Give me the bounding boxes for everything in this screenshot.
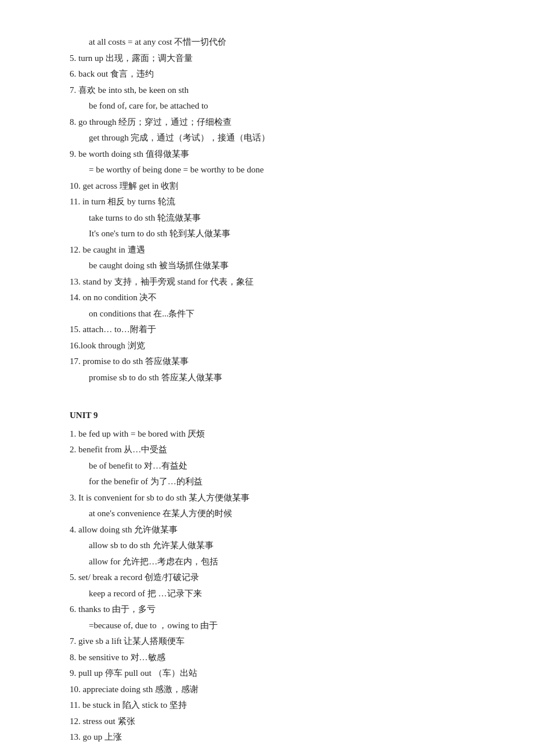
list-item: 3. It is convenient for sb to do sth 某人方… — [70, 491, 464, 506]
sub-item: get through 完成，通过（考试），接通（电话） — [70, 131, 464, 146]
list-item: 11. in turn 相反 by turns 轮流 — [70, 195, 464, 210]
list-item: 6. thanks to 由于，多亏 — [70, 602, 464, 617]
list-item: 14. on no condition 决不 — [70, 290, 464, 305]
list-item: 9. be worth doing sth 值得做某事 — [70, 147, 464, 162]
list-item: 7. give sb a lift 让某人搭顺便车 — [70, 634, 464, 649]
list-item: 2. benefit from 从…中受益 — [70, 442, 464, 458]
list-item: 10. appreciate doing sth 感激，感谢 — [70, 682, 464, 697]
list-item: 13. go up 上涨 — [70, 730, 464, 745]
list-item: 9. pull up 停车 pull out （车）出站 — [70, 666, 464, 681]
list-item: 10. get across 理解 get in 收割 — [70, 179, 464, 194]
list-item: 8. be sensitive to 对…敏感 — [70, 650, 464, 665]
sub-item: allow sb to do sth 允许某人做某事 — [70, 538, 464, 553]
list-item: 12. stress out 紧张 — [70, 714, 464, 729]
sub-item: take turns to do sth 轮流做某事 — [70, 211, 464, 226]
list-item: 5. set/ break a record 创造/打破记录 — [70, 570, 464, 585]
sub-item: =because of, due to ，owing to 由于 — [70, 618, 464, 633]
list-item: 12. be caught in 遭遇 — [70, 243, 464, 258]
list-item: 1. be fed up with = be bored with 厌烦 — [70, 427, 464, 442]
sub-item: be of benefit to 对…有益处 — [70, 459, 464, 474]
sub-item: at one's convenience 在某人方便的时候 — [70, 506, 464, 521]
sub-item: be fond of, care for, be attached to — [70, 99, 464, 114]
list-item: 7. 喜欢 be into sth, be keen on sth — [70, 83, 464, 98]
list-item: 4. allow doing sth 允许做某事 — [70, 523, 464, 538]
sub-item: promise sb to do sth 答应某人做某事 — [70, 370, 464, 386]
sub-item: allow for 允许把…考虑在内，包括 — [70, 555, 464, 570]
unit8-list: 5. turn up 出现，露面；调大音量 6. back out 食言，违约 … — [70, 51, 464, 386]
list-item: 13. stand by 支持，袖手旁观 stand for 代表，象征 — [70, 275, 464, 290]
unit9-header: UNIT 9 — [70, 408, 464, 423]
sub-item: be caught doing sth 被当场抓住做某事 — [70, 258, 464, 273]
sub-item: It's one's turn to do sth 轮到某人做某事 — [70, 226, 464, 242]
sub-item: keep a record of 把 …记录下来 — [70, 586, 464, 602]
list-item: 11. be stuck in 陷入 stick to 坚持 — [70, 698, 464, 713]
unit9-list: 1. be fed up with = be bored with 厌烦 2. … — [70, 427, 464, 745]
main-content: at all costs = at any cost 不惜一切代价 5. tur… — [70, 35, 464, 745]
preamble-line: at all costs = at any cost 不惜一切代价 — [70, 35, 464, 50]
list-item: 5. turn up 出现，露面；调大音量 — [70, 51, 464, 66]
list-item: 16.look through 浏览 — [70, 339, 464, 354]
list-item: 17. promise to do sth 答应做某事 — [70, 354, 464, 369]
list-item: 15. attach… to…附着于 — [70, 322, 464, 337]
list-item: 6. back out 食言，违约 — [70, 67, 464, 82]
sub-item: for the benefir of 为了…的利益 — [70, 474, 464, 489]
list-item: 8. go through 经历；穿过，通过；仔细检查 — [70, 115, 464, 130]
sub-item: = be worthy of being done = be worthy to… — [70, 163, 464, 178]
sub-item: on conditions that 在...条件下 — [70, 307, 464, 322]
